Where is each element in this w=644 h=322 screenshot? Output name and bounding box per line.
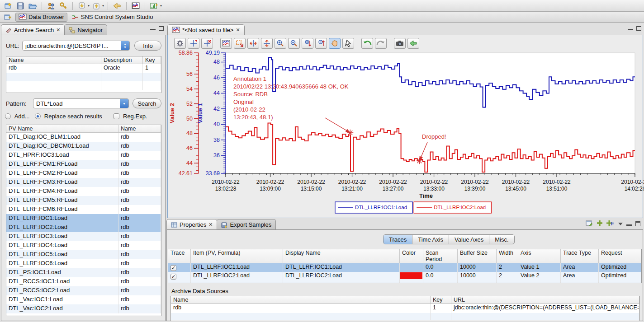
zoom-in-horizontal-icon[interactable] xyxy=(275,38,286,49)
import-icon[interactable] xyxy=(76,1,87,11)
subtab-time-axis[interactable]: Time Axis xyxy=(412,235,449,244)
add-item-icon[interactable] xyxy=(597,220,603,228)
pv-result-row[interactable]: DTL_LLRF:FCM2:RFLoadrdb xyxy=(6,169,161,178)
rubberband-zoom-icon[interactable] xyxy=(234,38,246,49)
pv-result-row[interactable]: DTL_Diag:IOC_DBCM01:Loadrdb xyxy=(6,142,161,151)
empty-row[interactable] xyxy=(6,73,161,81)
maximize-icon[interactable] xyxy=(635,221,640,226)
table-header[interactable]: TraceItem (PV, Formula)Display NameColor… xyxy=(168,249,641,263)
tab-archive-search[interactable]: Archive Search ✕ xyxy=(1,24,65,35)
save-icon[interactable] xyxy=(15,1,26,11)
url-combo-stepper-icon[interactable]: ▲▼ xyxy=(121,41,129,51)
perspective-sns-css[interactable]: SNS Control System Studio xyxy=(69,13,156,22)
expand-vertical-icon[interactable] xyxy=(261,38,273,49)
empty-row[interactable] xyxy=(6,81,161,90)
open-perspective-icon[interactable] xyxy=(3,12,14,22)
pattern-combo-dropdown-icon[interactable]: ▼ xyxy=(120,98,128,108)
zoom-out-horizontal-icon[interactable] xyxy=(288,38,300,49)
data-source-row[interactable]: rdb1jdbc:oracle:thin:@(DESCRIPTION=(ADDR… xyxy=(171,304,639,313)
regexp-checkbox[interactable] xyxy=(114,113,119,119)
pv-result-row[interactable]: DTL_RCCS:IOC1:Loadrdb xyxy=(6,277,161,286)
table-header[interactable]: PV NameName xyxy=(6,125,161,133)
add-formula-icon[interactable]: F xyxy=(606,220,615,228)
table-header[interactable]: NameKeyURL xyxy=(171,296,639,304)
pv-result-row[interactable]: DTL_LLRF:FCM4:RFLoadrdb xyxy=(6,187,161,196)
trace-visible-checkbox[interactable]: ✓ xyxy=(170,274,176,280)
tab-export-samples[interactable]: Export Samples xyxy=(217,219,276,230)
table-row[interactable]: rdbOracle1 xyxy=(6,64,161,73)
zoom-out-vertical-icon[interactable] xyxy=(315,38,327,49)
pv-result-row[interactable]: DTL_LLRF:IOC5:Loadrdb xyxy=(6,250,161,259)
minimize-icon[interactable] xyxy=(628,26,633,30)
pv-result-row[interactable]: DTL_Vac:IOC2:Loadrdb xyxy=(6,304,161,313)
tab-editor[interactable]: *<Not saved to file> ✕ xyxy=(167,24,245,35)
minimize-icon[interactable] xyxy=(150,26,156,30)
pointer-icon[interactable] xyxy=(342,38,354,49)
xy-chart[interactable]: 58.865654525048464442.61Value 249.194846… xyxy=(168,50,644,217)
data-browser-icon[interactable] xyxy=(130,1,141,11)
replace-radio[interactable] xyxy=(35,113,41,119)
add-annotation-icon[interactable] xyxy=(188,38,199,49)
expand-horizontal-icon[interactable] xyxy=(247,38,259,49)
pv-result-row[interactable]: DTL_LLRF:FCM6:RFLoadrdb xyxy=(6,205,161,214)
pv-result-row[interactable]: DTL_PS:IOC1:Loadrdb xyxy=(6,268,161,277)
undo-icon[interactable] xyxy=(361,38,373,49)
maximize-icon[interactable] xyxy=(159,26,164,31)
trace-color-swatch[interactable] xyxy=(400,272,422,279)
archive-data-sources-table[interactable]: NameKeyURLrdb1jdbc:oracle:thin:@(DESCRIP… xyxy=(170,296,640,321)
configure-icon[interactable] xyxy=(174,38,186,49)
tab-navigator[interactable]: Navigator xyxy=(64,24,107,35)
stagger-axes-icon[interactable] xyxy=(220,38,232,49)
trace-row[interactable]: ✓DTL_LLRF:IOC1:LoadDTL_LLRF:IOC1:Load0.0… xyxy=(168,263,641,272)
maximize-icon[interactable] xyxy=(636,26,641,31)
archive-sources-table[interactable]: NameDescriptionKeyrdbOracle1 xyxy=(6,56,161,93)
pv-result-row[interactable]: DTL_Diag:IOC_BLM1:Loadrdb xyxy=(6,133,161,142)
previous-range-icon[interactable] xyxy=(407,38,419,49)
view-menu-icon[interactable] xyxy=(618,223,623,225)
traces-table[interactable]: TraceItem (PV, Formula)Display NameColor… xyxy=(168,249,642,283)
pv-result-row[interactable]: DTL_Vac:IOC1:Loadrdb xyxy=(6,295,161,304)
pv-result-row[interactable]: DTL_LLRF:IOC3:Loadrdb xyxy=(6,232,161,241)
pv-result-row[interactable]: DTL_LLRF:IOC2:Loadrdb xyxy=(6,223,161,232)
subtab-traces[interactable]: Traces xyxy=(384,235,412,244)
search-button[interactable]: Search xyxy=(133,98,161,108)
tab-properties[interactable]: Properties ✕ xyxy=(166,219,217,230)
search-results-table[interactable]: PV NameNameDTL_Diag:IOC_BLM1:LoadrdbDTL_… xyxy=(6,125,161,316)
pan-icon[interactable] xyxy=(329,38,341,49)
remove-annotation-icon[interactable] xyxy=(201,38,213,49)
subtab-misc-[interactable]: Misc. xyxy=(489,235,514,244)
info-button[interactable]: Info xyxy=(134,41,161,51)
trace-visible-checkbox[interactable]: ✓ xyxy=(170,265,176,271)
pv-result-row[interactable]: DTL_LLRF:IOC6:Loadrdb xyxy=(6,259,161,268)
key-icon[interactable] xyxy=(58,1,69,11)
close-icon[interactable]: ✕ xyxy=(208,222,213,228)
pv-result-row[interactable]: DTL_LLRF:IOC4:Loadrdb xyxy=(6,241,161,250)
trace-row[interactable]: ✓DTL_LLRF:IOC2:LoadDTL_LLRF:IOC2:Load0.0… xyxy=(168,272,641,280)
new-chart-icon[interactable] xyxy=(149,1,160,11)
snapshot-icon[interactable] xyxy=(394,38,406,49)
url-combo[interactable]: jdbc:oracle:thin:@(DESCRIPT... ▲▼ xyxy=(22,41,130,51)
table-header[interactable]: NameDescriptionKey xyxy=(6,56,161,64)
pv-result-row[interactable]: DTL_LLRF:FCM1:RFLoadrdb xyxy=(6,160,161,169)
minimize-icon[interactable] xyxy=(626,222,632,226)
empty-row[interactable] xyxy=(168,280,641,283)
export-menu-caret[interactable]: ▾ xyxy=(102,4,104,8)
new-wizard-icon[interactable] xyxy=(3,1,14,11)
back-nav-icon[interactable] xyxy=(112,1,123,11)
export-icon[interactable] xyxy=(91,1,102,11)
pattern-combo[interactable]: DTL*Load ▼ xyxy=(33,98,129,108)
pv-result-row[interactable]: DTL_LLRF:FCM3:RFLoadrdb xyxy=(6,178,161,187)
zoom-in-vertical-icon[interactable] xyxy=(302,38,313,49)
pv-result-row[interactable]: DTL_LLRF:IOC1:Loadrdb xyxy=(6,214,161,223)
close-icon[interactable]: ✕ xyxy=(236,27,240,33)
pv-result-row[interactable]: DTL_LLRF:FCM5:RFLoadrdb xyxy=(6,196,161,205)
edit-defaults-icon[interactable] xyxy=(586,220,593,228)
users-icon[interactable] xyxy=(46,1,57,11)
new-chart-menu-caret[interactable]: ▾ xyxy=(160,4,162,8)
pv-result-row[interactable]: DTL_RCCS:IOC2:Loadrdb xyxy=(6,286,161,295)
empty-row[interactable] xyxy=(171,313,639,320)
open-folder-icon[interactable] xyxy=(27,1,38,11)
import-menu-caret[interactable]: ▾ xyxy=(88,4,90,8)
subtab-value-axes[interactable]: Value Axes xyxy=(449,235,489,244)
redo-icon[interactable] xyxy=(375,38,387,49)
